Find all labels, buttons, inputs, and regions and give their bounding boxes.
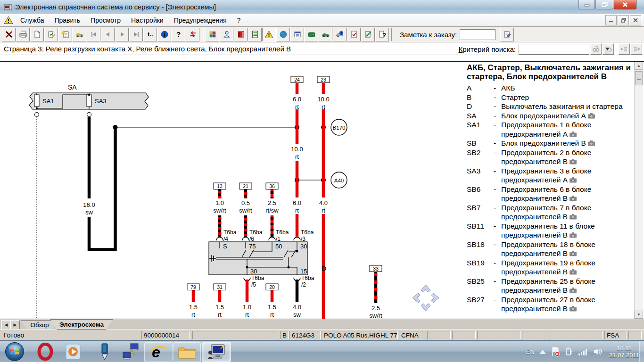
action-center-icon[interactable] [551,346,560,357]
parts-catalog-button[interactable] [206,28,219,41]
explorer-taskbar-item[interactable] [173,342,201,362]
taskbar-clock[interactable]: 18:11 21.07.2011 [609,345,639,359]
manual-button[interactable] [234,28,248,41]
jump-forward-button[interactable] [631,43,642,55]
protocol-button[interactable] [347,28,361,41]
nav-first-button[interactable] [87,28,100,41]
menu-pravit[interactable]: Править [49,14,85,26]
new-window-button[interactable] [290,28,304,41]
connector-23: 23 [317,76,330,83]
camera-icon[interactable] [570,269,577,275]
legend-scrollbar[interactable]: ▲ ▼ [634,62,643,319]
camera-icon[interactable] [570,132,577,137]
start-button[interactable] [4,342,25,361]
nav-prev-button[interactable] [101,28,115,41]
camera-icon[interactable] [588,140,595,146]
plug-t6ba-bottom: T6ba /5 T6ba /2 1.0 rt 4.0 sw [243,275,314,318]
nav-last-button[interactable] [129,28,143,41]
restore-button[interactable] [595,0,613,9]
menu-sluzhba[interactable]: Служба [15,14,49,26]
menu-nastroyki[interactable]: Настройки [126,14,169,26]
camera-icon[interactable] [570,251,577,256]
volume-icon[interactable] [593,347,603,356]
order-edit-button[interactable] [44,28,58,41]
order-note-input[interactable] [460,29,495,40]
wire-color-label: sw/rt [213,207,226,214]
pan-up-icon[interactable] [421,285,430,292]
power-icon[interactable] [565,347,573,356]
pan-navigation[interactable] [413,285,439,311]
tab-scroll-right-button[interactable]: ▶ [10,320,20,329]
vehicle-button[interactable] [73,28,86,41]
order-note-button[interactable] [500,28,514,41]
chevron-down-icon [605,48,610,50]
jump-t-button[interactable]: t.. [143,28,157,41]
service-tools-button[interactable] [361,28,375,41]
mdi-minimize-icon [609,18,613,22]
menu-preduprezhdeniya[interactable]: Предупреждения [169,14,232,26]
network-tool-taskbar-item[interactable] [120,342,143,361]
show-desktop-button[interactable] [639,341,644,362]
search-input[interactable] [519,44,605,54]
scroll-down-button[interactable]: ▼ [635,311,643,319]
camera-icon[interactable] [588,113,595,119]
document-help-icon: ? [378,30,387,39]
network-signal-icon[interactable] [578,347,588,356]
tab-elektroshema[interactable]: Электросхема [50,319,113,329]
svg-text:t..: t.. [148,31,153,38]
exit-button[interactable] [2,28,16,41]
elsa-app-taskbar-item[interactable] [202,342,231,362]
hidden-icons-button[interactable] [539,350,546,354]
wallet-button[interactable] [305,28,318,41]
camera-icon[interactable] [570,306,577,312]
camera-icon[interactable] [570,159,577,165]
combo-dropdown-button[interactable] [605,44,610,54]
pan-down-icon[interactable] [421,304,430,311]
new-note-button[interactable] [58,28,72,41]
customer-button[interactable] [220,28,233,41]
language-indicator[interactable]: EN [526,348,535,355]
new-document-button[interactable] [30,28,44,41]
swap-button[interactable] [186,28,199,41]
camera-icon[interactable] [570,196,577,201]
scroll-thumb[interactable] [635,71,643,85]
tab-scroll-left-button[interactable]: ◀ [1,320,11,329]
mdi-restore-button[interactable] [618,15,629,25]
camera-icon[interactable] [570,288,577,293]
clock-date: 21.07.2011 [609,352,639,359]
fusebox-sa: SA SA1 SA3 [29,83,149,117]
vehicle-info-button[interactable]: ? [333,28,347,41]
close-button[interactable] [614,0,636,9]
menu-prosmotr[interactable]: Просмотр [85,14,126,26]
wire-trunk-30: 6.0 rt 10.0 rt 6.0 rt [291,83,303,237]
camera-icon[interactable] [570,214,577,220]
document-help-button[interactable]: ? [375,28,389,41]
opera-taskbar-item[interactable] [34,342,57,361]
camera-icon[interactable] [570,232,577,238]
warning-triangle-icon[interactable] [4,16,13,25]
measured-values-button[interactable] [248,28,262,41]
media-player-taskbar-item[interactable] [62,342,85,361]
search-criterion-combobox[interactable] [519,44,589,55]
vehicle-green-button[interactable] [319,28,332,41]
status-code: 6124G3 [289,331,321,339]
print-button[interactable] [16,28,30,41]
pan-right-icon[interactable] [431,293,439,303]
diagnostic-tool-taskbar-item[interactable] [93,342,116,361]
scroll-up-button[interactable]: ▲ [635,62,643,70]
mdi-close-button[interactable] [630,15,641,25]
help-button[interactable]: ? [172,28,185,41]
info-button[interactable]: i [157,28,171,41]
minimize-button[interactable] [578,0,595,9]
jump-back-button[interactable] [619,43,630,55]
pan-left-icon[interactable] [413,293,420,303]
mdi-minimize-button[interactable] [605,15,617,25]
menu-help[interactable]: ? [232,14,246,26]
nav-next-button[interactable] [115,28,129,41]
legend-item: SB27-Предохранитель 27 в блоке предохран… [467,295,633,313]
warnings-button[interactable] [262,28,276,41]
web-button[interactable] [276,28,290,41]
internet-explorer-taskbar-item[interactable]: e [144,342,173,362]
legend-text: Предохранитель 18 в блоке предохранителе… [501,240,633,258]
camera-icon[interactable] [570,177,577,183]
